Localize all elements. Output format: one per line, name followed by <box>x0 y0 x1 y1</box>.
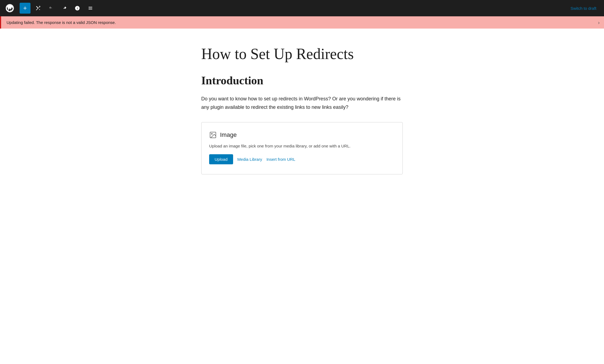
image-block-actions: Upload Media Library Insert from URL <box>209 154 395 164</box>
error-chevron-icon[interactable]: › <box>598 20 600 25</box>
switch-to-draft-button[interactable]: Switch to draft <box>566 4 601 13</box>
media-library-button[interactable]: Media Library <box>237 157 262 162</box>
heading-block[interactable]: Introduction <box>201 74 403 87</box>
svg-point-1 <box>211 134 212 135</box>
undo-button[interactable] <box>46 3 57 14</box>
image-icon <box>209 131 217 139</box>
paragraph-block[interactable]: Do you want to know how to set up redire… <box>201 95 403 111</box>
tools-button[interactable] <box>33 3 44 14</box>
list-view-button[interactable] <box>85 3 96 14</box>
upload-button[interactable]: Upload <box>209 154 233 164</box>
editor-area: How to Set Up Redirects Introduction Do … <box>190 29 414 207</box>
image-block-header: Image <box>209 131 395 139</box>
wp-logo <box>3 0 16 16</box>
post-title[interactable]: How to Set Up Redirects <box>201 45 403 63</box>
add-block-button[interactable] <box>20 3 30 14</box>
image-block-description: Upload an image file, pick one from your… <box>209 144 395 148</box>
image-block-title: Image <box>220 131 237 138</box>
error-message: Updating failed. The response is not a v… <box>7 20 599 25</box>
info-button[interactable] <box>72 3 83 14</box>
error-banner: Updating failed. The response is not a v… <box>0 16 604 29</box>
insert-from-url-button[interactable]: Insert from URL <box>266 157 295 162</box>
redo-button[interactable] <box>59 3 70 14</box>
image-block: Image Upload an image file, pick one fro… <box>201 122 403 174</box>
toolbar: Switch to draft <box>0 0 604 16</box>
